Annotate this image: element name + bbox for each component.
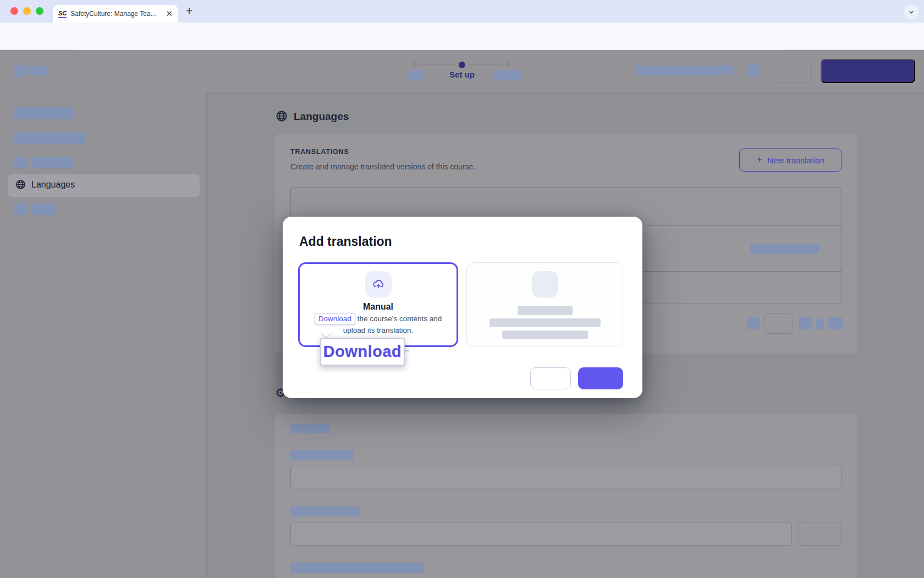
translations-section-label: TRANSLATIONS bbox=[290, 148, 349, 156]
option-icon-skeleton bbox=[532, 271, 558, 298]
course-edit-sidebar: Languages bbox=[0, 92, 207, 578]
new-translation-button[interactable]: + New translation bbox=[739, 148, 842, 172]
browser-tab[interactable]: SC SafetyCulture: Manage Teams and... ✕ bbox=[53, 5, 178, 23]
header-primary-button[interactable] bbox=[821, 59, 915, 83]
plus-icon: + bbox=[756, 153, 762, 166]
field-label-skeleton bbox=[290, 450, 354, 460]
pagination-skeleton bbox=[816, 319, 824, 329]
stepper-dot-next[interactable] bbox=[506, 62, 511, 67]
upload-option-card[interactable] bbox=[466, 262, 623, 347]
skeleton-bar bbox=[28, 66, 48, 75]
sidebar-skeleton-icon bbox=[14, 157, 27, 168]
pagination-skeleton bbox=[799, 317, 812, 329]
stepper-label-skeleton bbox=[494, 70, 521, 80]
upload-cloud-icon bbox=[365, 271, 392, 298]
download-link[interactable]: Download bbox=[315, 313, 355, 325]
rows-per-page-select[interactable] bbox=[765, 313, 793, 334]
app-header: Set up bbox=[0, 50, 924, 92]
traffic-light-zoom[interactable] bbox=[36, 7, 43, 15]
traffic-light-minimize[interactable] bbox=[23, 7, 31, 15]
confirm-button[interactable] bbox=[578, 367, 623, 389]
sidebar-skeleton-item bbox=[14, 132, 85, 144]
settings-card bbox=[275, 414, 857, 578]
safetyculture-favicon: SC bbox=[58, 10, 67, 18]
sidebar-skeleton-item bbox=[14, 107, 74, 119]
manual-option-title: Manual bbox=[363, 302, 393, 312]
cancel-button[interactable] bbox=[530, 367, 571, 389]
field-label-skeleton bbox=[290, 507, 360, 516]
tab-close-icon[interactable]: ✕ bbox=[166, 9, 173, 19]
manual-description-line2: upload its translation. bbox=[343, 326, 414, 334]
browser-tab-strip: SC SafetyCulture: Manage Teams and... ✕ … bbox=[0, 0, 924, 23]
skeleton-block bbox=[14, 65, 26, 77]
text-input[interactable] bbox=[290, 522, 792, 546]
add-translation-modal: Add translation Manual Downloadthe cours… bbox=[283, 217, 642, 398]
stepper-connector bbox=[468, 64, 503, 65]
sidebar-skeleton-item bbox=[32, 203, 55, 215]
option-title-skeleton bbox=[518, 306, 573, 315]
option-description-skeleton bbox=[502, 331, 588, 339]
page-title: Languages bbox=[294, 111, 349, 123]
skeleton-bar bbox=[635, 65, 734, 75]
tab-search-chevron-icon[interactable] bbox=[904, 4, 919, 20]
stepper-dot-active[interactable] bbox=[459, 62, 465, 68]
screen: SC SafetyCulture: Manage Teams and... ✕ … bbox=[0, 0, 924, 578]
browser-toolbar: https://app.safetyculture.com/training/m… bbox=[0, 23, 924, 50]
header-secondary-button[interactable] bbox=[769, 59, 812, 83]
manual-description-line1: the course's contents and bbox=[358, 315, 442, 323]
option-description-skeleton bbox=[490, 318, 601, 327]
globe-icon bbox=[15, 179, 26, 190]
sidebar-skeleton-icon bbox=[14, 203, 27, 215]
pagination-skeleton bbox=[747, 317, 760, 329]
sidebar-skeleton-item bbox=[32, 157, 74, 168]
text-input[interactable] bbox=[290, 465, 842, 488]
hover-zoom-popup: Download bbox=[320, 338, 405, 366]
stepper-active-label: Set up bbox=[435, 70, 490, 79]
pagination-skeleton bbox=[828, 317, 843, 329]
tab-title: SafetyCulture: Manage Teams and... bbox=[70, 10, 162, 18]
new-tab-icon[interactable]: + bbox=[186, 4, 193, 18]
field-side-button[interactable] bbox=[799, 522, 842, 546]
new-translation-label: New translation bbox=[767, 156, 824, 165]
skeleton-bar bbox=[290, 424, 330, 433]
traffic-light-close[interactable] bbox=[10, 7, 18, 15]
stepper-dot-previous[interactable] bbox=[413, 62, 417, 67]
sidebar-item-label: Languages bbox=[31, 180, 75, 190]
translations-section-description: Create and manage translated versions of… bbox=[290, 162, 475, 171]
globe-icon bbox=[275, 109, 288, 123]
stepper-connector bbox=[420, 64, 455, 65]
stepper-label-skeleton bbox=[408, 70, 424, 80]
table-cell-skeleton bbox=[750, 244, 819, 254]
hover-zoom-text: Download bbox=[323, 343, 402, 361]
skeleton-bar bbox=[290, 563, 424, 573]
skeleton-block bbox=[747, 64, 759, 76]
modal-title: Add translation bbox=[299, 234, 392, 249]
